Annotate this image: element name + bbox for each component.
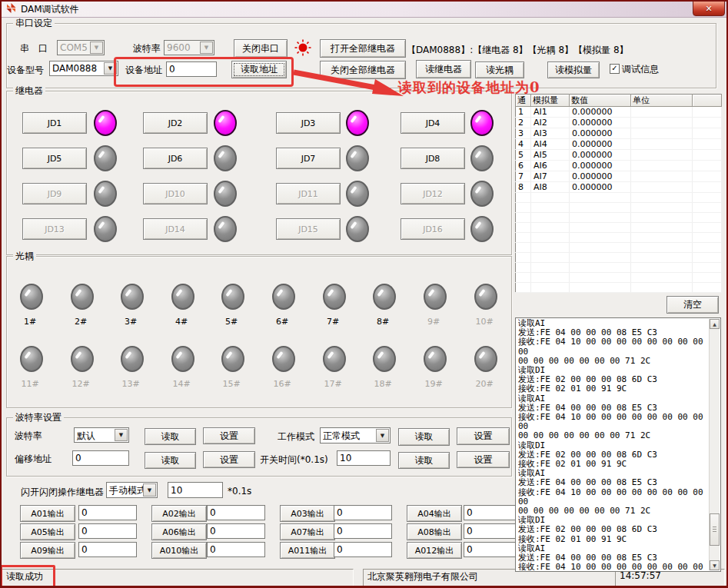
debug-info-label: 调试信息 (622, 63, 659, 76)
output-value-a04输出[interactable] (464, 505, 522, 520)
output-value-a011输出[interactable] (334, 542, 392, 557)
read-opto-button[interactable]: 读光耦 (475, 61, 524, 78)
opto-led-17 (323, 346, 346, 372)
relay-button-jd2[interactable]: JD2 (143, 112, 208, 134)
table-row[interactable] (516, 253, 722, 263)
relay-button-jd7[interactable]: JD7 (276, 148, 341, 169)
table-row[interactable] (516, 233, 722, 243)
output-value-a012输出[interactable] (464, 542, 522, 557)
output-button-a012输出[interactable]: A012输出 (407, 542, 462, 559)
table-row[interactable] (516, 213, 722, 223)
device-summary: 【DAM0888】:【继电器 8】【光耦 8】【模拟量 8】 (407, 44, 629, 57)
output-value-a02输出[interactable] (207, 505, 265, 520)
device-addr-input[interactable] (166, 61, 217, 77)
output-button-a010输出[interactable]: A010输出 (151, 542, 207, 559)
output-value-a010输出[interactable] (207, 542, 265, 557)
title-bar[interactable]: DAM调试软件 ✕ (0, 0, 728, 18)
output-value-a06输出[interactable] (207, 523, 265, 539)
switch-time-set-button[interactable]: 设置 (457, 451, 510, 468)
read-relays-button[interactable]: 读继电器 (416, 60, 471, 78)
relay-button-jd1[interactable]: JD1 (22, 112, 87, 134)
baud-read-button[interactable]: 读取 (145, 428, 196, 445)
offset-set-button[interactable]: 设置 (203, 451, 255, 468)
read-addr-button[interactable]: 读取地址 (231, 61, 287, 78)
output-button-a09输出[interactable]: A09输出 (20, 542, 75, 559)
clear-log-button[interactable]: 清空 (667, 296, 719, 314)
output-button-a05输出[interactable]: A05输出 (20, 523, 75, 540)
table-row[interactable]: 6AI60.000000 (516, 161, 722, 171)
open-all-relays-button[interactable]: 打开全部继电器 (320, 39, 406, 58)
output-button-a08输出[interactable]: A08输出 (407, 523, 462, 540)
work-mode-set-button[interactable]: 设置 (457, 427, 510, 445)
table-row[interactable]: 4AI40.000000 (516, 139, 722, 150)
relay-led-jd2 (214, 110, 237, 136)
table-row[interactable] (516, 243, 722, 253)
close-port-button[interactable]: 关闭串口 (234, 39, 288, 58)
work-mode-read-button[interactable]: 读取 (398, 428, 450, 446)
output-value-a03输出[interactable] (334, 505, 392, 520)
relay-button-jd13: JD13 (22, 218, 87, 240)
relay-button-jd3[interactable]: JD3 (276, 112, 341, 134)
flash-time-input[interactable] (168, 482, 223, 498)
table-row[interactable]: 8AI80.000000 (516, 182, 722, 193)
opto-group-label: 光耦 (13, 251, 36, 261)
table-row[interactable] (516, 283, 722, 293)
work-mode-select[interactable]: 正常模式 ▼ (320, 427, 391, 443)
table-row[interactable] (516, 273, 722, 283)
baud-set-button[interactable]: 设置 (203, 427, 255, 444)
baud2-select[interactable]: 默认 ▼ (74, 427, 129, 443)
work-mode-label: 工作模式 (278, 430, 314, 443)
relay-led-jd16 (470, 216, 494, 242)
offset-read-button[interactable]: 读取 (145, 452, 196, 469)
close-all-relays-button[interactable]: 关闭全部继电器 (320, 61, 406, 79)
model-select-value: DAM0888 (52, 63, 97, 74)
output-button-a011输出[interactable]: A011输出 (280, 542, 335, 559)
model-select[interactable]: DAM0888 ▼ (49, 61, 118, 76)
relay-button-jd6[interactable]: JD6 (143, 148, 208, 169)
table-row[interactable]: 5AI50.000000 (516, 150, 722, 161)
relay-button-jd8[interactable]: JD8 (401, 148, 465, 169)
scrollbar-thumb[interactable] (710, 513, 720, 546)
table-row[interactable] (516, 203, 722, 213)
relay-button-jd4[interactable]: JD4 (401, 112, 465, 134)
output-button-a06输出[interactable]: A06输出 (151, 523, 207, 540)
output-button-a02输出[interactable]: A02输出 (151, 505, 207, 522)
table-row[interactable]: 7AI70.000000 (516, 171, 722, 182)
baud-settings-group: 波特率设置 波特率 默认 ▼ 读取 设置 工作模式 正常模式 ▼ 读取 设置 偏… (6, 417, 512, 477)
offset-addr-input[interactable] (72, 450, 129, 466)
relay-button-jd5[interactable]: JD5 (22, 148, 87, 169)
analog-table[interactable]: 通 模拟量 数值 单位 1AI10.0000002AI20.0000003AI3… (515, 94, 722, 293)
output-button-a07输出[interactable]: A07输出 (280, 523, 335, 540)
close-button[interactable]: ✕ (693, 1, 725, 16)
debug-info-checkbox[interactable]: ✓ (610, 64, 620, 74)
scroll-down-icon[interactable]: ▼ (710, 560, 720, 570)
switch-time-read-button[interactable]: 读取 (398, 452, 450, 469)
output-value-a01输出[interactable] (78, 505, 137, 520)
output-value-a08输出[interactable] (464, 523, 522, 539)
relay-led-jd8 (470, 145, 494, 171)
read-analog-button[interactable]: 读模拟量 (547, 61, 600, 78)
opto-label-7: 7# (317, 317, 348, 327)
scroll-up-icon[interactable]: ▲ (710, 319, 720, 329)
output-button-a01输出[interactable]: A01输出 (20, 505, 75, 522)
port-select: COM5 ▼ (57, 40, 105, 55)
relay-button-jd12: JD12 (401, 183, 465, 204)
table-row[interactable]: 2AI20.000000 (516, 118, 722, 128)
switch-time-input[interactable] (337, 450, 391, 466)
table-row[interactable]: 3AI30.000000 (516, 128, 722, 139)
output-value-a07输出[interactable] (334, 523, 392, 539)
output-button-a04输出[interactable]: A04输出 (407, 505, 462, 522)
comm-log-panel[interactable]: 读取AI 发送:FE 04 00 00 00 08 E5 C3 接收:FE 04… (515, 317, 721, 572)
table-row[interactable] (516, 193, 722, 203)
flash-mode-select[interactable]: 手动模式 ▼ (106, 482, 158, 498)
opto-label-8: 8# (367, 317, 398, 327)
table-row[interactable] (516, 263, 722, 273)
port-label: 串 口 (20, 42, 48, 55)
table-row[interactable] (516, 223, 722, 233)
output-value-a05输出[interactable] (78, 523, 137, 539)
log-scrollbar[interactable]: ▲ ▼ (709, 319, 720, 570)
table-row[interactable]: 1AI10.000000 (516, 107, 722, 118)
opto-led-3 (121, 284, 144, 310)
output-value-a09输出[interactable] (78, 542, 137, 557)
output-button-a03输出[interactable]: A03输出 (280, 505, 335, 522)
